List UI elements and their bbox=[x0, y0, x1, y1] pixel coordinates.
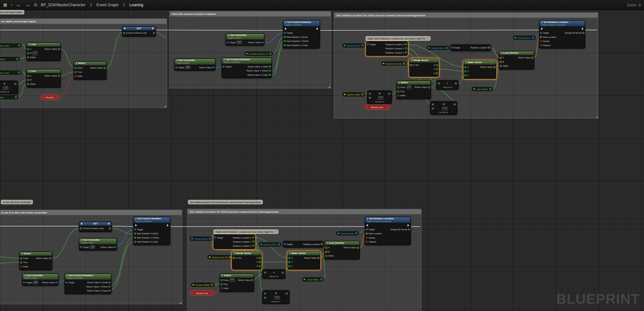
multiply-top-left[interactable]: ✕-1.0Add pin ⊕ bbox=[0, 80, 18, 94]
pin-dot[interactable] bbox=[532, 57, 533, 59]
pin-z[interactable]: Z bbox=[288, 264, 293, 268]
exec-out-pin[interactable] bbox=[316, 28, 318, 30]
pin-target[interactable]: Target bbox=[222, 64, 231, 69]
pin-return-value-z-yaw-[interactable]: Return Value Z (Yaw) bbox=[248, 73, 271, 77]
pin-x[interactable]: X bbox=[434, 63, 438, 67]
pin-true[interactable]: True bbox=[74, 70, 82, 74]
pin-target[interactable]: Target bbox=[451, 46, 460, 50]
pin-new-rotation-y-pitch-[interactable]: New Rotation Y (Pitch) bbox=[134, 236, 159, 240]
wire[interactable] bbox=[59, 76, 74, 96]
pin-dot[interactable] bbox=[284, 243, 286, 245]
pin-dot[interactable] bbox=[405, 52, 407, 53]
pin-teleport[interactable]: Teleport bbox=[540, 43, 556, 47]
pin-dot[interactable] bbox=[74, 75, 76, 77]
exec-in-pin[interactable] bbox=[135, 224, 137, 227]
pin-new-rotation-x-roll-[interactable]: New Rotation X (Roll) bbox=[134, 232, 159, 236]
pin-dot[interactable] bbox=[366, 237, 368, 238]
wire[interactable] bbox=[438, 69, 465, 71]
pin-relative-location-x[interactable]: Relative Location X bbox=[386, 42, 407, 46]
split-relative-location-bottom[interactable]: TargetRelative Location XRelative Locati… bbox=[214, 234, 256, 249]
make-vector-top[interactable]: ƒMake VectorXYZReturn Value bbox=[464, 60, 496, 79]
get-controller-4[interactable]: ƒGet ControllerTarget is PawnTargetselfR… bbox=[22, 274, 58, 286]
pin-dot[interactable] bbox=[320, 278, 322, 280]
bubble-split-pin-bottom[interactable]: Right click Releative Location pin and s… bbox=[214, 230, 278, 234]
pin-dot[interactable] bbox=[369, 93, 371, 95]
exec-in-pin[interactable] bbox=[124, 27, 126, 30]
pin-dot[interactable] bbox=[109, 290, 110, 292]
pin-dot[interactable] bbox=[264, 272, 266, 274]
pin-relative-location[interactable]: Relative Location bbox=[303, 242, 323, 246]
pin-return-value-y-pitch-[interactable]: Return Value Y (Pitch) bbox=[86, 284, 111, 288]
pin-dot[interactable] bbox=[488, 46, 490, 48]
pin-dot[interactable] bbox=[282, 272, 284, 274]
pin-dot[interactable] bbox=[214, 236, 216, 238]
pin-dot[interactable] bbox=[80, 246, 82, 248]
pin-dot[interactable] bbox=[66, 282, 67, 283]
pin-dot[interactable] bbox=[284, 36, 286, 38]
pin-dot[interactable] bbox=[288, 257, 290, 259]
get-control-rotation-1[interactable]: ƒGet Control RotationTarget is Controlle… bbox=[222, 58, 272, 78]
pin-dot[interactable] bbox=[325, 255, 327, 257]
pin-index[interactable]: Index bbox=[20, 264, 28, 268]
pin-dot[interactable] bbox=[27, 75, 29, 77]
pin-dot[interactable] bbox=[388, 93, 390, 95]
select-top-right[interactable]: ƒSelectFalse0.0TrueIndexReturn Value bbox=[396, 80, 431, 99]
pin-relative-location-y[interactable]: Relative Location Y bbox=[386, 46, 407, 50]
pin-dot[interactable] bbox=[288, 261, 290, 263]
pin-return-value[interactable]: Return Value bbox=[44, 74, 60, 78]
pin-dot[interactable] bbox=[582, 32, 584, 34]
pin-target[interactable]: Targetself bbox=[80, 245, 95, 249]
pin-new-rotation-z-yaw-[interactable]: New Rotation Z (Yaw) bbox=[284, 43, 309, 47]
pin-alpha[interactable]: Alpha bbox=[500, 64, 508, 68]
get-controller-1[interactable]: ƒGet ControllerTarget is PawnTargetselfR… bbox=[226, 33, 264, 46]
pin-dot[interactable] bbox=[15, 96, 17, 98]
pin-return-value[interactable]: Return Value bbox=[100, 245, 116, 249]
get-lean-alpha-bottom[interactable]: Lean Alpha bbox=[302, 277, 324, 282]
wire[interactable] bbox=[20, 57, 27, 58]
pin-a[interactable]: A bbox=[325, 246, 334, 250]
pin-dot[interactable] bbox=[50, 257, 51, 259]
pin-new-location[interactable]: New Location bbox=[540, 35, 556, 39]
pin-return-value-z-yaw-[interactable]: Return Value Z (Yaw) bbox=[87, 289, 111, 293]
pin-x[interactable]: X bbox=[464, 65, 469, 69]
pin-z[interactable]: Z bbox=[256, 264, 260, 268]
pin-dot[interactable] bbox=[56, 96, 58, 98]
pin-false[interactable]: False bbox=[20, 256, 28, 260]
pin-dot[interactable] bbox=[540, 44, 542, 46]
get-should-lean-bottom[interactable]: Should Lean bbox=[190, 290, 215, 296]
pin-dot[interactable] bbox=[500, 65, 502, 67]
pin-target[interactable]: Target bbox=[284, 242, 293, 246]
pin-dot[interactable] bbox=[451, 46, 453, 48]
pin-dot[interactable] bbox=[286, 293, 288, 294]
pin-dot[interactable] bbox=[454, 104, 456, 105]
pin-return-value[interactable]: Return Value bbox=[238, 278, 253, 282]
pin-dot[interactable] bbox=[27, 48, 29, 50]
wire[interactable] bbox=[17, 80, 27, 84]
exec-out-pin[interactable] bbox=[152, 27, 154, 30]
pin-target[interactable]: Targetself bbox=[23, 280, 38, 284]
bubble-split-pin-top[interactable]: Right click Releative Location pin and s… bbox=[366, 36, 431, 41]
pin-dot[interactable] bbox=[540, 40, 542, 42]
pin-dot[interactable] bbox=[397, 90, 399, 92]
pin-sweep[interactable]: Sweep bbox=[540, 39, 556, 43]
pin-dot[interactable] bbox=[20, 266, 22, 268]
pin-target[interactable]: Targetself bbox=[226, 40, 242, 44]
pin-dot[interactable] bbox=[269, 66, 271, 68]
get-camera-offset-bottom[interactable]: Camera Offset bbox=[190, 282, 215, 288]
get-camera-boom-2[interactable]: Camera Boom bbox=[426, 45, 450, 51]
set-control-rotation-1[interactable]: ƒSet Control RotationTarget is Controlle… bbox=[283, 20, 320, 49]
pin-sweep-hit-result[interactable]: Sweep Hit Result bbox=[390, 228, 410, 232]
pin-dot[interactable] bbox=[284, 44, 286, 46]
pin-a[interactable]: A bbox=[500, 56, 508, 60]
pin-b[interactable]: B bbox=[27, 78, 36, 82]
get-camera-boom-6[interactable]: Camera Boom bbox=[336, 230, 360, 236]
get-should-lean-top-right[interactable]: Should Lean bbox=[364, 104, 390, 110]
pin-dot[interactable] bbox=[464, 66, 466, 68]
break-vector-bottom[interactable]: ƒBreak VectorIn VecXYZ bbox=[232, 251, 262, 270]
get-current-camera-lean-3[interactable]: Current Camera Lean bbox=[244, 51, 274, 56]
pin-pin[interactable] bbox=[108, 226, 111, 230]
pin-value[interactable]: 0.0 bbox=[406, 86, 411, 89]
pin-relative-location[interactable]: Relative Location bbox=[470, 46, 490, 50]
graph-canvas[interactable]: an alpha and target alpha◢Sets the camer… bbox=[0, 10, 644, 311]
pin-dot[interactable] bbox=[366, 241, 368, 242]
